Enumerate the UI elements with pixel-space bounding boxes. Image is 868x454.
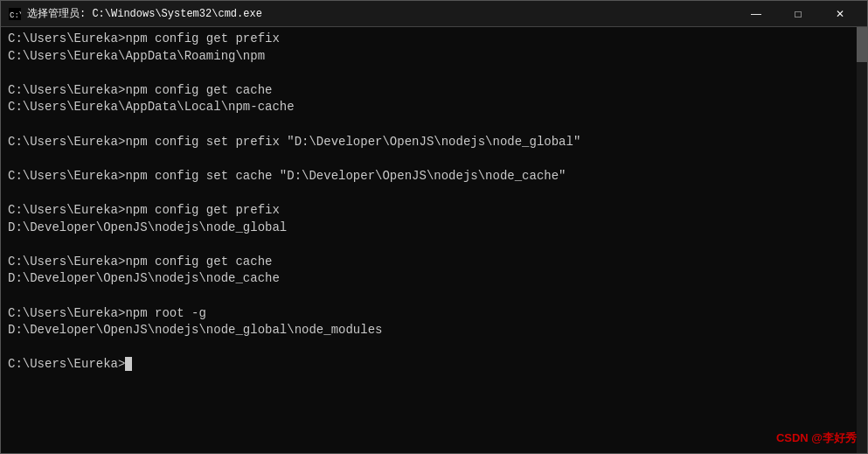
terminal-line bbox=[8, 288, 860, 305]
window-controls: — □ ✕ bbox=[736, 1, 860, 27]
terminal-line bbox=[8, 185, 860, 202]
title-bar: C:\ 选择管理员: C:\Windows\System32\cmd.exe —… bbox=[1, 1, 867, 27]
terminal-line bbox=[8, 116, 860, 134]
terminal-output: C:\Users\Eureka>npm config get prefixC:\… bbox=[8, 31, 860, 374]
terminal-line: C:\Users\Eureka>npm config get prefix bbox=[8, 202, 860, 220]
terminal-line: D:\Developer\OpenJS\nodejs\node_global bbox=[8, 220, 860, 237]
cmd-window: C:\ 选择管理员: C:\Windows\System32\cmd.exe —… bbox=[0, 0, 868, 454]
scroll-thumb[interactable] bbox=[857, 27, 867, 62]
cmd-icon: C:\ bbox=[8, 7, 22, 21]
terminal-line: C:\Users\Eureka>npm root -g bbox=[8, 305, 860, 323]
close-button[interactable]: ✕ bbox=[820, 1, 860, 27]
window-title: 选择管理员: C:\Windows\System32\cmd.exe bbox=[27, 6, 736, 21]
scrollbar[interactable] bbox=[857, 27, 867, 453]
terminal-line: C:\Users\Eureka>npm config set cache "D:… bbox=[8, 168, 860, 185]
terminal-line bbox=[8, 65, 860, 82]
terminal-line: D:\Developer\OpenJS\nodejs\node_cache bbox=[8, 270, 860, 288]
terminal-body[interactable]: C:\Users\Eureka>npm config get prefixC:\… bbox=[1, 27, 867, 453]
terminal-line: D:\Developer\OpenJS\nodejs\node_global\n… bbox=[8, 322, 860, 339]
minimize-button[interactable]: — bbox=[736, 1, 776, 27]
cursor bbox=[125, 357, 132, 371]
terminal-line bbox=[8, 339, 860, 357]
terminal-line: C:\Users\Eureka>npm config get cache bbox=[8, 82, 860, 100]
terminal-line bbox=[8, 236, 860, 254]
terminal-line bbox=[8, 150, 860, 168]
terminal-line: C:\Users\Eureka>npm config set prefix "D… bbox=[8, 134, 860, 151]
watermark: CSDN @李好秀 bbox=[776, 430, 857, 446]
svg-text:C:\: C:\ bbox=[10, 11, 21, 20]
terminal-line: C:\Users\Eureka> bbox=[8, 356, 860, 374]
terminal-line: C:\Users\Eureka\AppData\Local\npm-cache bbox=[8, 99, 860, 116]
terminal-line: C:\Users\Eureka\AppData\Roaming\npm bbox=[8, 48, 860, 66]
maximize-button[interactable]: □ bbox=[778, 1, 818, 27]
terminal-line: C:\Users\Eureka>npm config get prefix bbox=[8, 31, 860, 48]
terminal-line: C:\Users\Eureka>npm config get cache bbox=[8, 254, 860, 271]
